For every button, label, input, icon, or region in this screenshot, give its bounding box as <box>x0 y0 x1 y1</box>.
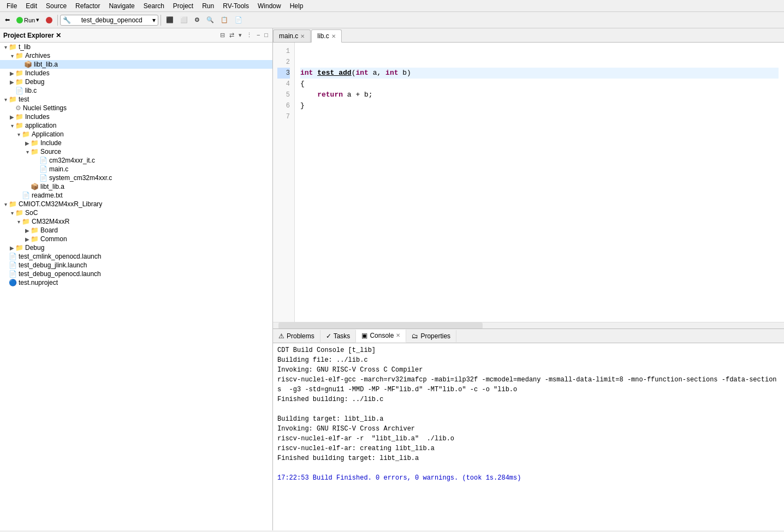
tree-label-cmiot-debug: Debug <box>25 244 44 252</box>
file-icon-main-c: 📄 <box>39 165 47 173</box>
maximize-button[interactable]: □ <box>263 31 269 39</box>
tree-item-application-node[interactable]: ▾ 📁 Application <box>0 130 272 139</box>
toolbar-btn-4[interactable]: 🔍 <box>204 15 217 25</box>
menu-rvtools[interactable]: RV-Tools <box>218 1 253 11</box>
folder-icon-debug-tlib: 📁 <box>15 78 23 86</box>
menu-refactor[interactable]: Refactor <box>71 1 104 11</box>
expand-test[interactable]: ▾ <box>2 97 9 103</box>
toolbar-btn-6[interactable]: 📄 <box>232 15 245 25</box>
minimize-button[interactable]: − <box>256 31 261 39</box>
code-hscrollbar[interactable] <box>273 322 784 328</box>
toolbar-sep-2 <box>161 15 161 26</box>
panel-menu-button[interactable]: ⋮ <box>245 31 253 39</box>
folder-icon-cmiot-debug: 📁 <box>15 244 23 252</box>
menu-navigate[interactable]: Navigate <box>104 1 139 11</box>
tab-main-c-label: main.c <box>279 32 298 40</box>
tree-item-include[interactable]: ▶ 📁 Include <box>0 139 272 147</box>
expand-includes-test[interactable]: ▶ <box>9 114 15 120</box>
menu-edit[interactable]: Edit <box>21 1 41 11</box>
tab-properties[interactable]: 🗂 Properties <box>406 330 456 342</box>
menu-project[interactable]: Project <box>169 1 198 11</box>
menu-file[interactable]: File <box>2 1 21 11</box>
link-editor-button[interactable]: ⇄ <box>228 31 235 39</box>
tree-item-system-c[interactable]: 📄 system_cm32m4xxr.c <box>0 174 272 182</box>
tab-problems[interactable]: ⚠ Problems <box>273 330 320 342</box>
tree-item-cm32-it-c[interactable]: 📄 cm32m4xxr_it.c <box>0 156 272 165</box>
menu-search[interactable]: Search <box>139 1 169 11</box>
tree-item-board[interactable]: ▶ 📁 Board <box>0 226 272 235</box>
tab-main-c-close[interactable]: ✕ <box>300 33 305 39</box>
menu-run[interactable]: Run <box>198 1 218 11</box>
back-button[interactable]: ⬅ <box>2 15 13 25</box>
fn-test-add: test_add <box>317 69 351 77</box>
tree-item-libt-lib-a[interactable]: 📦 libt_lib.a <box>0 60 272 69</box>
tree-item-nuclei-settings[interactable]: ⚙ Nuclei Settings <box>0 104 272 112</box>
tree-item-test[interactable]: ▾ 📁 test <box>0 95 272 104</box>
code-line-4: { <box>300 79 779 89</box>
menu-source[interactable]: Source <box>41 1 71 11</box>
code-content[interactable]: int test_add(int a, int b) { return a + … <box>295 43 784 322</box>
expand-archives[interactable]: ▾ <box>9 53 15 59</box>
tree-label-archives: Archives <box>25 52 50 59</box>
tree-item-test-cmlink[interactable]: 📄 test_cmlink_openocd.launch <box>0 252 272 261</box>
tab-console[interactable]: ▣ Console ✕ <box>356 330 406 343</box>
folder-icon-soc: 📁 <box>15 209 23 217</box>
console-icon: ▣ <box>361 332 367 339</box>
tree-item-application-folder[interactable]: ▾ 📁 application <box>0 121 272 130</box>
toolbar-btn-1[interactable]: ⬛ <box>163 15 176 25</box>
run-config-dropdown[interactable]: 🔧 test_debug_openocd ▾ <box>60 15 158 26</box>
code-line-1 <box>300 46 779 57</box>
tree-item-test-openocd[interactable]: 📄 test_debug_openocd.launch <box>0 270 272 278</box>
expand-board[interactable]: ▶ <box>24 228 31 234</box>
tree-item-soc[interactable]: ▾ 📁 SoC <box>0 208 272 217</box>
toolbar-btn-2[interactable]: ⬜ <box>177 15 191 25</box>
tree-item-includes-tlib[interactable]: ▶ 📁 Includes <box>0 69 272 77</box>
tree-item-cm32m4xxr[interactable]: ▾ 📁 CM32M4xxR <box>0 217 272 226</box>
kw-int-3: int <box>300 69 313 77</box>
menu-window[interactable]: Window <box>253 1 286 11</box>
tree-item-common[interactable]: ▶ 📁 Common <box>0 235 272 243</box>
tree-label-debug-tlib: Debug <box>25 78 44 86</box>
expand-t-lib[interactable]: ▾ <box>2 44 9 50</box>
tree-item-debug-tlib[interactable]: ▶ 📁 Debug <box>0 77 272 86</box>
tree-item-test-jlink[interactable]: 📄 test_debug_jlink.launch <box>0 261 272 270</box>
toolbar-btn-3[interactable]: ⚙ <box>192 15 203 25</box>
expand-cmiot-debug[interactable]: ▶ <box>9 245 15 251</box>
expand-cm32m4xxr[interactable]: ▾ <box>15 219 22 225</box>
console-line-4: Building target: libt_lib.a <box>277 414 780 424</box>
tree-item-includes-test[interactable]: ▶ 📁 Includes <box>0 112 272 121</box>
expand-include[interactable]: ▶ <box>24 140 31 146</box>
tree-item-readme-txt[interactable]: 📄 readme.txt <box>0 191 272 200</box>
tree-item-main-c[interactable]: 📄 main.c <box>0 165 272 174</box>
expand-includes-tlib[interactable]: ▶ <box>9 70 15 76</box>
tab-lib-c[interactable]: lib.c ✕ <box>311 29 341 43</box>
tree-item-libt-lib-a2[interactable]: 📦 libt_lib.a <box>0 182 272 191</box>
collapse-all-button[interactable]: ⊟ <box>219 31 226 39</box>
run-toolbar-button[interactable]: Run ▾ <box>14 15 42 25</box>
expand-soc[interactable]: ▾ <box>9 210 15 216</box>
folder-icon-source: 📁 <box>31 148 39 156</box>
expand-application-node[interactable]: ▾ <box>15 131 22 138</box>
tree-item-archives[interactable]: ▾ 📁 Archives <box>0 51 272 60</box>
toolbar-btn-5[interactable]: 📋 <box>218 15 231 25</box>
tab-tasks[interactable]: ✓ Tasks <box>320 330 357 342</box>
filter-button[interactable]: ▾ <box>237 31 243 39</box>
tree-item-cmiot-lib[interactable]: ▾ 📁 CMIOT.CM32M4xxR_Library <box>0 200 272 208</box>
tree-item-cmiot-debug[interactable]: ▶ 📁 Debug <box>0 243 272 252</box>
expand-application-folder[interactable]: ▾ <box>9 123 15 129</box>
expand-source[interactable]: ▾ <box>24 149 31 155</box>
tab-lib-c-close[interactable]: ✕ <box>331 33 336 39</box>
console-line-3: Finished building: ../lib.c <box>277 394 780 404</box>
tree-item-test-nuproject[interactable]: 🔵 test.nuproject <box>0 278 272 287</box>
tab-main-c[interactable]: main.c ✕ <box>273 29 311 42</box>
tree-item-lib-c[interactable]: 📄 lib.c <box>0 86 272 95</box>
tree-item-t-lib[interactable]: ▾ 📁 t_lib <box>0 43 272 51</box>
stop-button[interactable] <box>43 15 55 25</box>
tab-console-close[interactable]: ✕ <box>396 332 400 338</box>
expand-debug-tlib[interactable]: ▶ <box>9 79 15 85</box>
expand-common[interactable]: ▶ <box>24 236 31 242</box>
tree-label-board: Board <box>40 226 58 234</box>
expand-cmiot-lib[interactable]: ▾ <box>2 201 9 207</box>
tree-item-source[interactable]: ▾ 📁 Source <box>0 147 272 156</box>
menu-help[interactable]: Help <box>286 1 308 11</box>
